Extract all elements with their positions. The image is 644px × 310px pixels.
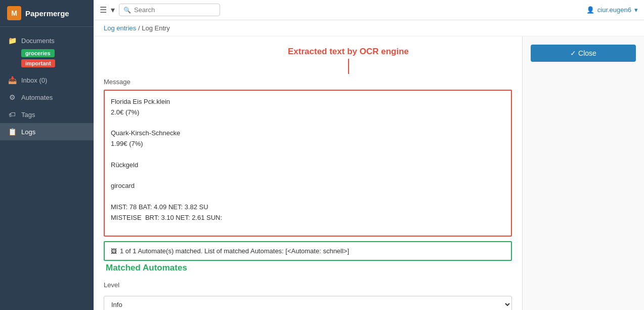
logo-icon: M bbox=[7, 6, 21, 20]
sidebar-item-label: Automates bbox=[21, 94, 53, 101]
close-button[interactable]: ✓ Close bbox=[531, 45, 636, 62]
sidebar-item-tags[interactable]: 🏷 Tags bbox=[0, 106, 94, 123]
matched-box: 🖼 1 of 1 Automate(s) matched. List of ma… bbox=[104, 241, 512, 261]
tags-icon: 🏷 bbox=[8, 110, 16, 119]
matched-text: 1 of 1 Automate(s) matched. List of matc… bbox=[120, 247, 349, 255]
username: ciur.eugen6 bbox=[597, 6, 631, 14]
breadcrumb-parent[interactable]: Log entries bbox=[104, 24, 136, 32]
documents-icon: 📁 bbox=[8, 36, 16, 45]
sidebar-item-label: Logs bbox=[21, 128, 35, 136]
matched-icon: 🖼 bbox=[111, 248, 117, 255]
message-box-wrapper: Florida Eis Pck.klein 2.0€ (7%) Quark-Ki… bbox=[104, 90, 512, 238]
sidebar-item-label: Tags bbox=[21, 111, 35, 119]
sidebar-item-inbox[interactable]: 📥 Inbox (0) bbox=[0, 71, 94, 89]
right-panel: ✓ Close bbox=[523, 36, 644, 310]
content-area: Extracted text by OCR engine Message Flo… bbox=[94, 36, 644, 310]
message-label: Message bbox=[104, 78, 512, 86]
main-area: ☰ ▾ 🔍 👤 ciur.eugen6 ▾ Log entries / Log … bbox=[94, 0, 644, 310]
app-name: Papermerge bbox=[25, 9, 69, 18]
tag-badges: groceries important bbox=[0, 49, 94, 71]
hamburger-icon[interactable]: ☰ bbox=[100, 5, 107, 15]
user-icon: 👤 bbox=[586, 6, 594, 14]
sidebar-nav: 📁 Documents groceries important 📥 Inbox … bbox=[0, 27, 94, 310]
search-box[interactable]: 🔍 bbox=[119, 4, 220, 16]
user-dropdown-icon: ▾ bbox=[634, 6, 638, 14]
sidebar-item-label: Inbox (0) bbox=[21, 76, 47, 84]
sidebar-item-automates[interactable]: ⚙ Automates bbox=[0, 89, 94, 106]
ocr-annotation-area: Extracted text by OCR engine bbox=[104, 47, 512, 74]
breadcrumb: Log entries / Log Entry bbox=[94, 20, 644, 36]
logs-icon: 📋 bbox=[8, 128, 16, 136]
breadcrumb-current: Log Entry bbox=[142, 24, 170, 32]
search-input[interactable] bbox=[134, 6, 205, 14]
sidebar-item-logs[interactable]: 📋 Logs bbox=[0, 123, 94, 140]
app-logo: M Papermerge bbox=[0, 0, 94, 27]
level-select[interactable]: Debug Info Warning Error bbox=[104, 296, 512, 310]
main-panel: Extracted text by OCR engine Message Flo… bbox=[94, 36, 523, 310]
topbar: ☰ ▾ 🔍 👤 ciur.eugen6 ▾ bbox=[94, 0, 644, 20]
level-section: Level Debug Info Warning Error bbox=[104, 281, 512, 310]
level-label: Level bbox=[104, 281, 512, 289]
dropdown-icon[interactable]: ▾ bbox=[111, 5, 115, 15]
matched-automates-wrapper: 🖼 1 of 1 Automate(s) matched. List of ma… bbox=[104, 241, 512, 273]
message-textarea[interactable]: Florida Eis Pck.klein 2.0€ (7%) Quark-Ki… bbox=[104, 90, 512, 237]
user-menu[interactable]: 👤 ciur.eugen6 ▾ bbox=[586, 6, 638, 14]
automates-icon: ⚙ bbox=[8, 93, 16, 101]
matched-annotation: Matched Automates bbox=[104, 263, 512, 273]
ocr-annotation: Extracted text by OCR engine bbox=[185, 47, 512, 57]
sidebar-item-documents[interactable]: 📁 Documents bbox=[0, 32, 94, 49]
tag-groceries[interactable]: groceries bbox=[21, 49, 55, 57]
sidebar: M Papermerge 📁 Documents groceries impor… bbox=[0, 0, 94, 310]
tag-important[interactable]: important bbox=[21, 59, 55, 67]
inbox-icon: 📥 bbox=[8, 76, 16, 84]
search-icon: 🔍 bbox=[123, 7, 131, 14]
sidebar-item-label: Documents bbox=[21, 37, 55, 45]
